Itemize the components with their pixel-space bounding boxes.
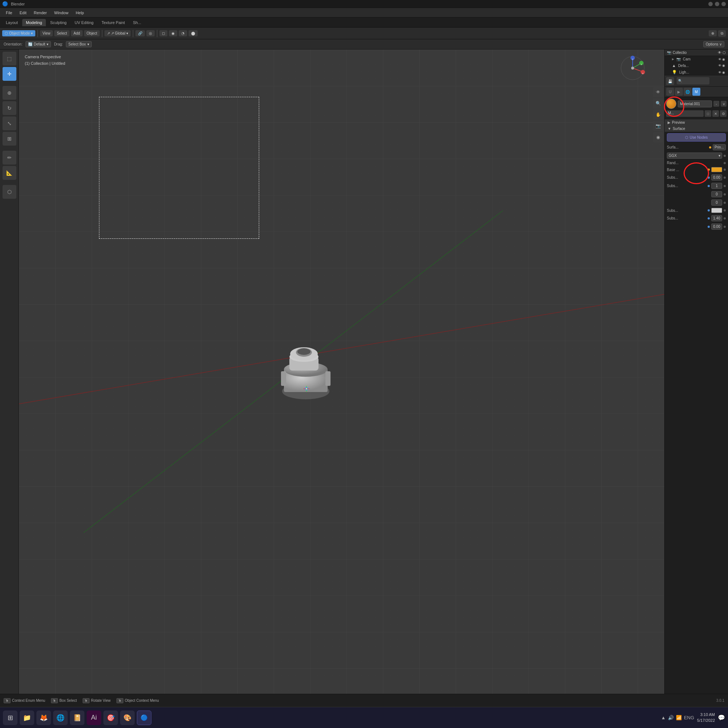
prop-tab-render[interactable]: ▶ (675, 88, 683, 96)
props-search[interactable]: 🔍 (677, 77, 710, 84)
preview-section-header[interactable]: ▶ Preview (665, 119, 728, 125)
transform-selector[interactable]: ↗ ↗ Global ▾ (104, 30, 131, 37)
overlay-btn[interactable]: ⊕ (709, 30, 717, 37)
defa-eye-icon[interactable]: 👁 (718, 64, 722, 67)
taskbar-blender[interactable]: 🔵 (137, 711, 151, 725)
add-menu[interactable]: Add (71, 30, 83, 37)
prop-tab-material[interactable]: M (692, 88, 700, 96)
shading-wire[interactable]: ◻ (159, 30, 167, 37)
subs5-value[interactable]: 1.40 (711, 215, 722, 221)
outliner-item-light[interactable]: 💡 Ligh... 👁 ◉ (665, 69, 728, 76)
surface-value[interactable]: Prin... (713, 144, 726, 150)
tool-transform[interactable]: ⊞ (3, 132, 16, 145)
vp-eye-btn[interactable]: 👁 (653, 87, 663, 97)
nav-gizmo[interactable]: Z Y X (620, 55, 645, 81)
node-delete-btn[interactable]: ✕ (712, 110, 719, 117)
menu-file[interactable]: File (3, 10, 15, 16)
shading-material[interactable]: ◔ (179, 30, 187, 37)
shading-solid[interactable]: ◉ (169, 30, 177, 37)
tool-rotate[interactable]: ↻ (3, 101, 16, 115)
tab-layout[interactable]: Layout (2, 19, 21, 26)
select-menu[interactable]: Select (54, 30, 70, 37)
orientation-dropdown[interactable]: 🔄 Default ▾ (26, 41, 51, 47)
vp-camera-btn[interactable]: 📷 (653, 121, 663, 131)
wifi-icon[interactable]: 📶 (676, 715, 682, 720)
tab-modeling[interactable]: Modeling (22, 19, 46, 26)
subs6-end-dot[interactable] (723, 226, 726, 228)
chevron-up-icon[interactable]: ▲ (661, 715, 666, 720)
shading-render[interactable]: ⬤ (188, 30, 198, 37)
subs6-value[interactable]: 0.00 (711, 223, 722, 230)
defa-render-icon[interactable]: ◉ (722, 64, 725, 67)
outliner-item-default[interactable]: ▲ Defa... 👁 ◉ (665, 62, 728, 69)
subs1-value[interactable]: 0.00 (711, 174, 722, 180)
taskbar-files[interactable]: 📔 (70, 711, 84, 725)
taskbar-clock[interactable]: 3:10 AM 5/17/2022 (697, 712, 715, 723)
light-eye-icon[interactable]: 👁 (718, 70, 722, 74)
subs3a-dot[interactable] (723, 193, 726, 196)
taskbar-app6[interactable]: 🎨 (120, 711, 135, 725)
base-dot[interactable] (708, 168, 710, 171)
node-settings-btn[interactable]: ⚙ (720, 110, 726, 117)
subs3b-value[interactable]: 0 (711, 199, 722, 206)
language-label[interactable]: ENG (684, 715, 694, 720)
surface-dot[interactable] (709, 146, 711, 148)
drag-dropdown[interactable]: Select Box ▾ (66, 41, 92, 47)
tab-shading[interactable]: Sh... (129, 19, 145, 26)
tab-texture-paint[interactable]: Texture Paint (98, 19, 128, 26)
outliner-item-cam[interactable]: ▶ 📷 Cam 👁 ◉ (665, 56, 728, 62)
node-label[interactable]: M... (666, 110, 704, 117)
minimize-button[interactable] (708, 2, 713, 6)
base-color-swatch[interactable] (711, 167, 722, 172)
light-render-icon[interactable]: ◉ (722, 70, 725, 74)
xray-btn[interactable]: ⧉ (718, 30, 726, 37)
tool-add-cube[interactable]: ⬡ (3, 185, 16, 199)
taskbar-windows[interactable]: ⊞ (3, 711, 17, 725)
subs4-dot[interactable] (708, 209, 710, 211)
subs3a-value[interactable]: 0 (711, 191, 722, 197)
viewport-3d[interactable]: Camera Perspective (1) Collection | Unti… (19, 49, 664, 694)
subs3b-dot[interactable] (723, 202, 726, 204)
subs1-dot[interactable] (708, 177, 710, 179)
subs5-end-dot[interactable] (723, 217, 726, 219)
sound-icon[interactable]: 🔊 (668, 715, 674, 720)
menu-help[interactable]: Help (73, 10, 87, 16)
outliner-eye-icon[interactable]: 👁 (718, 50, 722, 55)
menu-render[interactable]: Render (31, 10, 50, 16)
subs5-dot[interactable] (708, 217, 710, 219)
restore-button[interactable] (715, 2, 719, 6)
vp-hand-btn[interactable]: ✋ (653, 110, 663, 120)
material-minus-btn[interactable]: - (713, 101, 719, 107)
tool-measure[interactable]: 📐 (3, 166, 16, 180)
menu-edit[interactable]: Edit (17, 10, 29, 16)
rand-dot[interactable] (723, 162, 726, 164)
tool-select-box[interactable]: ⬚ (3, 52, 16, 66)
tab-sculpting[interactable]: Sculpting (47, 19, 70, 26)
snap-btn[interactable]: 🔗 (135, 30, 145, 37)
prop-tab-save[interactable]: 💾 (666, 77, 674, 85)
ggx-dropdown[interactable]: GGX ▾ (667, 153, 722, 159)
proportional-btn[interactable]: ◎ (146, 30, 155, 37)
subs4-color-swatch[interactable] (711, 208, 722, 213)
notification-icon[interactable]: 💬 (718, 714, 725, 721)
tool-move[interactable]: ⊕ (3, 86, 16, 100)
vp-zoom-btn[interactable]: 🔍 (653, 98, 663, 109)
tool-annotate[interactable]: ✏ (3, 151, 16, 165)
tool-cursor[interactable]: ✛ (3, 67, 16, 81)
taskbar-illustrator[interactable]: Ai (87, 711, 101, 725)
taskbar-firefox[interactable]: 🦊 (37, 711, 51, 725)
material-name-field[interactable]: Material.001 (678, 101, 712, 107)
prop-tab-world[interactable]: 🌐 (684, 88, 691, 96)
taskbar-explorer[interactable]: 📁 (20, 711, 34, 725)
subs4-end-dot[interactable] (723, 209, 726, 211)
ggx-dot[interactable] (723, 155, 726, 157)
menu-window[interactable]: Window (51, 10, 71, 16)
prop-tab-scene[interactable]: U (666, 88, 674, 96)
taskbar-app5[interactable]: 🎯 (103, 711, 118, 725)
node-copy-btn[interactable]: □ (705, 110, 711, 117)
base-end-dot[interactable] (723, 168, 726, 171)
object-menu[interactable]: Object (84, 30, 100, 37)
cam-render-icon[interactable]: ◉ (722, 58, 725, 61)
use-nodes-button[interactable]: ⬡ Use Nodes (667, 133, 726, 142)
mode-selector[interactable]: ⬡ Object Mode ▾ (2, 30, 35, 37)
